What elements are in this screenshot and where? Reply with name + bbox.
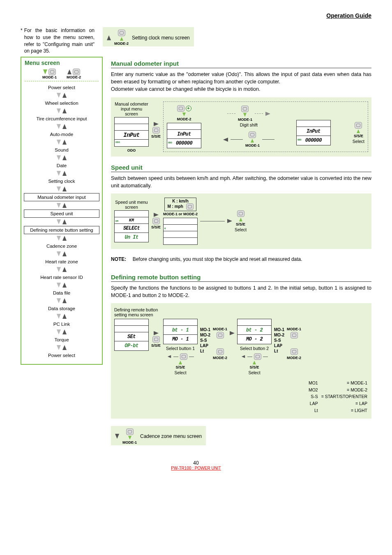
sse-label: S/S/E bbox=[354, 134, 363, 138]
sidebar-item: Heart rate zone bbox=[24, 258, 99, 265]
basic-note-text: For the basic information on how to use … bbox=[24, 27, 95, 55]
odo-body: Enter any numeric value as the "odometer… bbox=[111, 71, 371, 93]
button-icon bbox=[48, 69, 56, 75]
lcd-text: bt - 1 bbox=[172, 327, 189, 333]
option: MO-1 bbox=[200, 327, 210, 332]
speed-note: NOTE: Before changing units, you must st… bbox=[111, 256, 371, 262]
button-icon bbox=[152, 127, 160, 134]
nav-arrows bbox=[23, 203, 100, 208]
sidebar-item: Torque bbox=[24, 336, 99, 343]
arrow-up-icon bbox=[179, 361, 182, 364]
button-icon bbox=[180, 353, 187, 360]
mode2-label: MODE-2 bbox=[114, 41, 129, 46]
button-icon bbox=[186, 203, 194, 210]
nav-arrows bbox=[23, 298, 100, 303]
arrow-left-icon bbox=[223, 138, 228, 142]
mode1-label: MODE-1 bbox=[287, 327, 301, 331]
sidebar-item: Heart rate sensor ID bbox=[24, 274, 99, 281]
options-list-2: MO-1 MO-2 S-S LAP Lt bbox=[274, 327, 284, 354]
arrow-up-icon bbox=[239, 218, 242, 221]
odo-diagram: Manual odometer input menu screen InPut … bbox=[111, 97, 371, 157]
legend-key: MO2 bbox=[309, 387, 321, 393]
mode1-label: MODE-1 bbox=[122, 440, 137, 444]
nav-arrows bbox=[23, 267, 100, 272]
sse-label: S/S/E bbox=[151, 225, 161, 229]
note-label: NOTE: bbox=[111, 256, 126, 262]
sidebar-item: Wheel selection bbox=[24, 99, 99, 107]
sidebar-item: Power select bbox=[24, 84, 99, 91]
button-icon bbox=[291, 348, 298, 355]
arrow-left-icon bbox=[168, 355, 171, 358]
nav-arrows bbox=[23, 345, 100, 350]
lcd-screen: K bbox=[163, 218, 198, 245]
lcd-text: InPut bbox=[177, 131, 191, 137]
button-icon bbox=[73, 69, 80, 75]
mode1-label: MODE-1 bbox=[213, 327, 227, 331]
lcd-text: InPut bbox=[307, 129, 321, 134]
mode12-label: MODE-1 or MODE-2 bbox=[163, 212, 198, 216]
option: MO-2 bbox=[200, 332, 210, 338]
button-icon bbox=[249, 131, 256, 138]
select-btn1-label: Select button 1 bbox=[163, 346, 198, 351]
arrow-right-icon bbox=[154, 122, 159, 126]
legend-key: Lt bbox=[309, 408, 321, 414]
sidebar-item: Manual odometer input bbox=[24, 193, 99, 201]
sidebar-title: Menu screen bbox=[23, 60, 100, 66]
lcd-text: Un It bbox=[125, 235, 138, 240]
lcd-text: KM bbox=[129, 218, 134, 223]
arrow-right-icon bbox=[154, 213, 159, 217]
nav-arrows bbox=[23, 93, 100, 98]
sidebar-item: Date bbox=[24, 162, 99, 169]
main-content: Manual odometer input Enter any numeric … bbox=[111, 57, 371, 447]
legend-key: LAP bbox=[309, 401, 321, 407]
sidebar-item: Defining remote button setting bbox=[24, 226, 99, 234]
arrow-down-icon bbox=[128, 436, 131, 440]
nav-arrows bbox=[23, 171, 100, 176]
arrow-right-icon bbox=[230, 331, 235, 335]
section-title-odo: Manual odometer input bbox=[111, 60, 371, 68]
connector-line bbox=[200, 221, 225, 221]
arrow-up-icon bbox=[253, 361, 256, 364]
nav-arrows bbox=[23, 219, 100, 224]
page-footer: 40 PW-TR100 : POWER UNIT bbox=[21, 460, 371, 470]
sse-label: S/S/E bbox=[236, 222, 245, 226]
sse-label: S/S/E bbox=[151, 343, 161, 348]
speed-diagram: Speed unit menu screen KMKM SELECt Un It… bbox=[111, 193, 371, 249]
lcd-text: OP-bt bbox=[125, 343, 138, 349]
lcd-screen: KMKM SELECt Un It bbox=[114, 210, 149, 242]
arrow-up-icon bbox=[107, 35, 111, 40]
button-icon bbox=[118, 30, 125, 36]
sse-label: S/S/E bbox=[176, 365, 185, 369]
nav-arrows bbox=[23, 140, 100, 145]
select-label: Select bbox=[248, 370, 260, 375]
arrow-down-icon bbox=[43, 69, 47, 74]
button-icon bbox=[237, 210, 244, 217]
lcd-screen: InPut ODO000000 bbox=[296, 120, 331, 145]
button-icon bbox=[241, 106, 249, 112]
nav-arrows bbox=[23, 283, 100, 288]
options-list-1: MO-1 MO-2 S-S LAP Lt bbox=[200, 327, 210, 354]
arrow-up-icon bbox=[357, 129, 360, 133]
legend-val: = MODE-1 bbox=[321, 380, 367, 386]
select-btn2-label: Select button 2 bbox=[237, 346, 272, 351]
legend-table: MO1= MODE-1 MO2= MODE-2 S-S= START/STOP/… bbox=[308, 379, 368, 414]
arrow-down-icon bbox=[243, 113, 247, 117]
speed-menu-label: Speed unit menu screen bbox=[114, 200, 149, 210]
cadence-caption: Cadence zone menu screen bbox=[140, 433, 202, 439]
mode1-label: MODE-1 bbox=[245, 143, 260, 147]
nav-arrows bbox=[23, 329, 100, 334]
sidebar-item: Sound bbox=[24, 146, 99, 154]
option: MO-2 bbox=[274, 332, 284, 338]
remote-body: Specify the functions the functions to b… bbox=[111, 284, 371, 299]
mode1-label: MODE-1 bbox=[238, 117, 252, 122]
option: LAP bbox=[200, 343, 210, 348]
section-title-speed: Speed unit bbox=[111, 164, 371, 172]
button-icon bbox=[217, 348, 224, 355]
legend-key: MO1 bbox=[309, 380, 321, 386]
lcd-screen: SEt OP-bt bbox=[114, 319, 149, 351]
sidebar-item: Setting clock bbox=[24, 177, 99, 185]
divider bbox=[25, 81, 99, 81]
sidebar-item: PC Link bbox=[24, 320, 99, 328]
lcd-screen: InPut ODO000000 bbox=[167, 123, 201, 148]
kmh-label: K : km/h bbox=[172, 199, 188, 203]
